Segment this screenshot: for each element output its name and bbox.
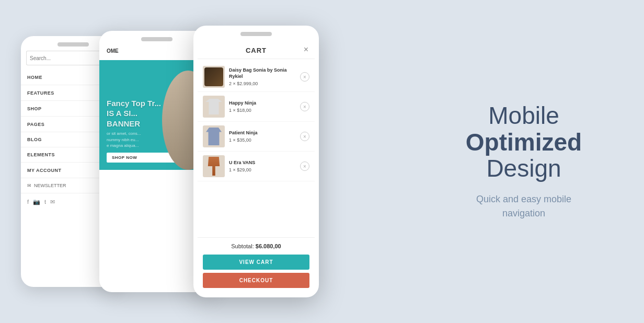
- product-price: 1 × $35,00: [229, 137, 296, 143]
- phone-notch: [58, 42, 89, 47]
- cart-item: Happy Ninja 1 × $18,00 ×: [198, 92, 315, 122]
- cart-title: CART: [246, 47, 267, 54]
- product-image: [203, 155, 225, 177]
- pants-image: [206, 157, 221, 176]
- twitter-icon[interactable]: t: [44, 199, 46, 205]
- product-price: 1 × $29,00: [229, 167, 296, 172]
- product-info: U Era VANS 1 × $29,00: [229, 160, 296, 172]
- cart-item: Daisy Bag Sonia by Sonia Rykiel 2 × $2.9…: [198, 62, 315, 92]
- product-name: Daisy Bag Sonia by Sonia Rykiel: [229, 67, 296, 79]
- product-image: [203, 125, 225, 147]
- product-image: [203, 96, 225, 118]
- promo-section: Mobile Optimized Design Quick and easy m…: [435, 102, 613, 221]
- hoodie-image: [206, 128, 222, 145]
- product-price: 1 × $18,00: [229, 108, 296, 113]
- cart-item: Patient Ninja 1 × $35,00 ×: [198, 122, 315, 152]
- remove-item-button[interactable]: ×: [300, 72, 309, 82]
- phone-cart-mockup: CART × Daisy Bag Sonia by Sonia Rykiel 2…: [193, 26, 319, 297]
- promo-line1: Mobile: [435, 102, 613, 129]
- close-button[interactable]: ×: [304, 45, 308, 54]
- phone-notch: [240, 32, 272, 36]
- shirt-image: [205, 99, 222, 114]
- product-name: Happy Ninja: [229, 100, 296, 107]
- product-image: [203, 66, 225, 88]
- cart-actions: VIEW CART CHECKOUT: [198, 255, 315, 293]
- envelope-icon: ✉: [27, 183, 31, 188]
- checkout-button[interactable]: CHECKOUT: [203, 273, 309, 288]
- email-icon[interactable]: ✉: [50, 199, 55, 205]
- remove-item-button[interactable]: ×: [300, 132, 309, 141]
- logo: OME: [107, 48, 119, 54]
- product-name: U Era VANS: [229, 160, 296, 166]
- cart-header: CART ×: [198, 40, 315, 59]
- promo-line2: Optimized: [435, 129, 613, 156]
- product-name: Patient Ninja: [229, 130, 296, 136]
- remove-item-button[interactable]: ×: [300, 102, 309, 111]
- product-info: Daisy Bag Sonia by Sonia Rykiel 2 × $2.9…: [229, 67, 296, 86]
- search-input[interactable]: [26, 51, 106, 65]
- view-cart-button[interactable]: VIEW CART: [203, 255, 309, 270]
- promo-line3: Design: [435, 155, 613, 182]
- product-info: Patient Ninja 1 × $35,00: [229, 130, 296, 143]
- instagram-icon[interactable]: 📷: [33, 199, 40, 205]
- remove-item-button[interactable]: ×: [300, 161, 309, 171]
- product-info: Happy Ninja 1 × $18,00: [229, 100, 296, 113]
- scene: 🔍 HOME ⌄ FEATURES ⌄ SHOP ⌄ PAGES ⌄ BLOG …: [0, 0, 644, 323]
- cart-subtotal: Subtotal: $6.080,00: [198, 237, 315, 255]
- cart-modal: CART × Daisy Bag Sonia by Sonia Rykiel 2…: [198, 40, 315, 293]
- promo-subtitle: Quick and easy mobilenavigation: [435, 192, 613, 221]
- phone-notch: [141, 37, 172, 41]
- bag-image: [204, 67, 223, 86]
- facebook-icon[interactable]: f: [27, 199, 29, 205]
- cart-items-list: Daisy Bag Sonia by Sonia Rykiel 2 × $2.9…: [198, 59, 315, 237]
- product-price: 2 × $2.999,00: [229, 81, 296, 86]
- cart-item: U Era VANS 1 × $29,00 ×: [198, 152, 315, 181]
